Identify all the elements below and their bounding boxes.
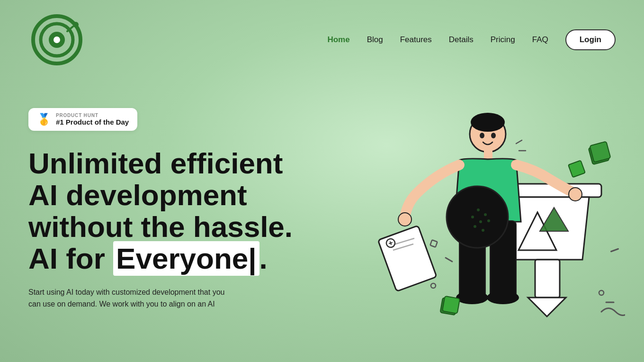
hero-subtext: Start using AI today with customized dev… bbox=[28, 286, 256, 310]
deco-cube-2 bbox=[440, 296, 460, 315]
svg-point-45 bbox=[431, 283, 436, 288]
svg-point-20 bbox=[487, 291, 519, 304]
navbar: Home Blog Features Details Pricing FAQ L… bbox=[0, 0, 644, 80]
svg-line-41 bbox=[446, 258, 452, 262]
heading-line4-prefix: AI for bbox=[28, 242, 113, 275]
ph-label: PRODUCT HUNT bbox=[56, 113, 129, 118]
heading-line3: without the hassle. bbox=[28, 210, 293, 243]
nav-item-home[interactable]: Home bbox=[327, 35, 349, 45]
nav-item-features[interactable]: Features bbox=[400, 35, 432, 45]
deco-block bbox=[568, 160, 585, 177]
svg-rect-37 bbox=[590, 141, 610, 162]
heading-period: . bbox=[259, 242, 268, 275]
nav-link-blog[interactable]: Blog bbox=[367, 35, 383, 44]
svg-point-33 bbox=[487, 219, 490, 222]
svg-point-16 bbox=[569, 188, 582, 201]
svg-rect-21 bbox=[378, 226, 437, 291]
logo[interactable] bbox=[28, 11, 85, 68]
medal-icon: 🥇 bbox=[37, 113, 51, 126]
nav-link-home[interactable]: Home bbox=[327, 35, 349, 44]
nav-link-details[interactable]: Details bbox=[449, 35, 474, 44]
hero-heading: Unlimited efficient AI development witho… bbox=[28, 148, 303, 275]
subtext-line1: Start using AI today with customized dev… bbox=[28, 288, 224, 296]
nav-links: Home Blog Features Details Pricing FAQ L… bbox=[327, 29, 616, 50]
svg-point-19 bbox=[456, 291, 488, 304]
nav-item-faq[interactable]: FAQ bbox=[532, 35, 548, 45]
svg-line-42 bbox=[611, 249, 618, 251]
svg-point-27 bbox=[447, 186, 508, 248]
svg-rect-48 bbox=[430, 240, 437, 247]
svg-point-35 bbox=[482, 229, 484, 232]
login-button[interactable]: Login bbox=[565, 29, 616, 50]
svg-point-34 bbox=[474, 225, 476, 228]
svg-point-15 bbox=[398, 213, 411, 226]
svg-point-44 bbox=[599, 290, 604, 295]
hero-section: 🥇 PRODUCT HUNT #1 Product of the Day Unl… bbox=[0, 80, 644, 354]
svg-rect-40 bbox=[568, 160, 585, 177]
svg-point-13 bbox=[491, 133, 496, 138]
ph-title: #1 Product of the Day bbox=[56, 118, 129, 126]
nav-link-features[interactable]: Features bbox=[400, 35, 432, 44]
svg-point-29 bbox=[471, 216, 474, 218]
svg-point-32 bbox=[479, 220, 482, 223]
svg-rect-39 bbox=[442, 296, 460, 314]
heading-line2: AI development bbox=[28, 179, 247, 211]
svg-point-30 bbox=[477, 208, 480, 211]
hero-left: 🥇 PRODUCT HUNT #1 Product of the Day Unl… bbox=[28, 89, 303, 310]
heading-highlight: Everyone| bbox=[113, 241, 259, 276]
nav-item-blog[interactable]: Blog bbox=[367, 35, 383, 45]
product-hunt-badge: 🥇 PRODUCT HUNT #1 Product of the Day bbox=[28, 108, 137, 131]
svg-point-3 bbox=[54, 36, 60, 43]
ph-text: PRODUCT HUNT #1 Product of the Day bbox=[56, 113, 129, 126]
nav-link-pricing[interactable]: Pricing bbox=[491, 35, 515, 44]
hero-illustration-area bbox=[303, 89, 616, 335]
svg-point-12 bbox=[480, 133, 484, 138]
nav-item-pricing[interactable]: Pricing bbox=[491, 35, 515, 45]
svg-line-46 bbox=[516, 140, 522, 144]
nav-item-details[interactable]: Details bbox=[449, 35, 474, 45]
deco-cube-1 bbox=[589, 141, 611, 164]
nav-item-login[interactable]: Login bbox=[565, 29, 616, 50]
subtext-line2: can use on demand. We work with you to a… bbox=[28, 300, 215, 308]
hero-illustration bbox=[350, 70, 625, 335]
svg-point-31 bbox=[484, 213, 487, 216]
logo-icon bbox=[28, 11, 85, 68]
nav-link-faq[interactable]: FAQ bbox=[532, 35, 548, 44]
svg-point-11 bbox=[471, 113, 505, 132]
svg-rect-7 bbox=[535, 260, 560, 298]
heading-line1: Unlimited efficient bbox=[28, 147, 283, 180]
